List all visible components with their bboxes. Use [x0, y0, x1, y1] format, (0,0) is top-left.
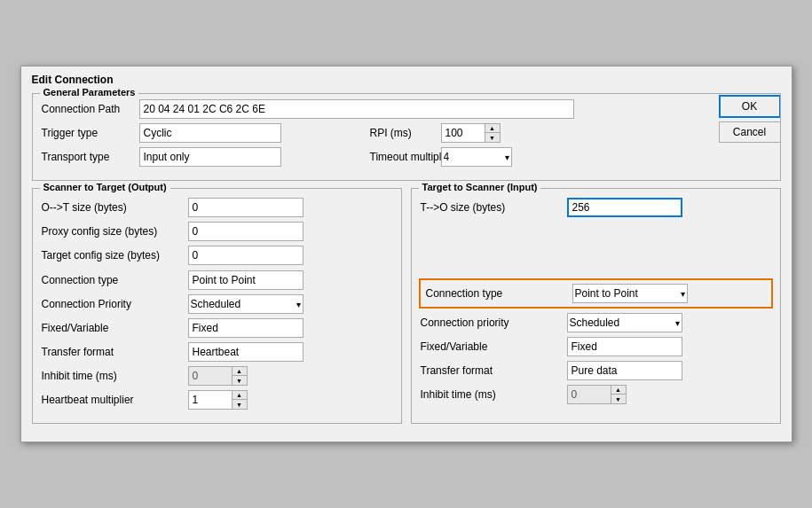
- target-priority-row: Connection priority Scheduled High Low: [421, 313, 771, 332]
- target-to-scanner-title: Target to Scanner (Input): [419, 182, 541, 192]
- transport-type-input[interactable]: [139, 147, 281, 167]
- scanner-transfer-format-input[interactable]: [188, 342, 304, 362]
- timeout-label: Timeout multiplier: [370, 151, 441, 163]
- heartbeat-label: Heartbeat multiplier: [42, 394, 188, 406]
- target-priority-select-wrapper: Scheduled High Low: [567, 313, 682, 332]
- target-config-row: Target config size (bytes): [42, 246, 392, 265]
- scanner-transfer-format-row: Transfer format: [42, 342, 392, 362]
- target-transfer-format-input[interactable]: [567, 361, 682, 380]
- scanner-priority-select[interactable]: Scheduled High Low: [188, 294, 304, 314]
- target-inhibit-input[interactable]: [567, 385, 611, 404]
- transport-type-label: Transport type: [42, 151, 139, 163]
- scanner-connection-type-input[interactable]: [188, 270, 304, 290]
- to-size-row: T-->O size (bytes): [421, 198, 771, 217]
- connection-path-input[interactable]: [139, 99, 574, 119]
- ot-size-input[interactable]: [188, 198, 304, 217]
- target-transfer-format-label: Transfer format: [421, 364, 567, 377]
- scanner-fixed-variable-row: Fixed/Variable: [42, 318, 392, 338]
- scanner-priority-select-wrapper: Scheduled High Low: [188, 294, 304, 314]
- target-inhibit-label: Inhibit time (ms): [421, 388, 567, 401]
- scanner-to-target-title: Scanner to Target (Output): [40, 182, 170, 192]
- rpi-spinner: ▲ ▼: [441, 123, 501, 143]
- heartbeat-up[interactable]: ▲: [233, 391, 247, 400]
- heartbeat-row: Heartbeat multiplier ▲ ▼: [42, 390, 392, 410]
- heartbeat-down[interactable]: ▼: [233, 400, 247, 409]
- target-inhibit-down[interactable]: ▼: [611, 395, 626, 403]
- edit-connection-dialog: Edit Connection OK Cancel General Parame…: [20, 66, 792, 442]
- proxy-config-label: Proxy config size (bytes): [42, 225, 188, 238]
- scanner-priority-label: Connection Priority: [42, 298, 188, 310]
- target-inhibit-row: Inhibit time (ms) ▲ ▼: [421, 385, 771, 404]
- general-parameters-group: General Parameters Connection Path Trigg…: [32, 93, 781, 181]
- bottom-columns: Scanner to Target (Output) O-->T size (b…: [32, 188, 781, 431]
- rpi-down-button[interactable]: ▼: [485, 133, 500, 142]
- proxy-config-row: Proxy config size (bytes): [42, 222, 392, 241]
- scanner-inhibit-down[interactable]: ▼: [233, 376, 247, 385]
- scanner-inhibit-input[interactable]: [188, 366, 233, 386]
- scanner-transfer-format-label: Transfer format: [42, 346, 188, 358]
- target-fixed-variable-row: Fixed/Variable: [421, 337, 771, 356]
- scanner-inhibit-row: Inhibit time (ms) ▲ ▼: [42, 366, 392, 386]
- rpi-up-button[interactable]: ▲: [485, 124, 500, 133]
- target-config-label: Target config size (bytes): [42, 249, 188, 262]
- target-priority-select[interactable]: Scheduled High Low: [567, 313, 682, 332]
- rpi-spinner-buttons: ▲ ▼: [485, 123, 501, 143]
- target-priority-label: Connection priority: [421, 317, 567, 329]
- to-size-label: T-->O size (bytes): [421, 201, 567, 214]
- timeout-select[interactable]: 4 8 16: [441, 147, 512, 167]
- target-inhibit-spinner: ▲ ▼: [567, 385, 627, 404]
- general-params-title: General Parameters: [40, 87, 139, 98]
- scanner-inhibit-label: Inhibit time (ms): [42, 370, 188, 382]
- ot-size-row: O-->T size (bytes): [42, 198, 392, 217]
- target-to-scanner-group: Target to Scanner (Input) T-->O size (by…: [411, 188, 781, 424]
- target-transfer-format-row: Transfer format: [421, 361, 771, 380]
- rpi-input[interactable]: [441, 123, 485, 143]
- trigger-rpi-row: Trigger type RPI (ms) ▲ ▼: [42, 123, 771, 143]
- trigger-type-input[interactable]: [139, 123, 281, 143]
- target-connection-type-highlighted: Connection type Point to Point Multicast: [419, 278, 773, 309]
- scanner-priority-row: Connection Priority Scheduled High Low: [42, 294, 392, 314]
- target-fixed-variable-label: Fixed/Variable: [421, 340, 567, 353]
- scanner-fixed-variable-label: Fixed/Variable: [42, 322, 188, 334]
- rpi-label: RPI (ms): [370, 127, 441, 139]
- heartbeat-input[interactable]: [188, 390, 233, 410]
- heartbeat-buttons: ▲ ▼: [233, 390, 248, 410]
- target-inhibit-up[interactable]: ▲: [611, 386, 626, 395]
- heartbeat-spinner: ▲ ▼: [188, 390, 248, 410]
- timeout-select-wrapper: 4 8 16: [441, 147, 512, 167]
- ot-size-label: O-->T size (bytes): [42, 201, 188, 214]
- target-connection-type-select[interactable]: Point to Point Multicast: [572, 284, 688, 303]
- scanner-connection-type-row: Connection type: [42, 270, 392, 290]
- trigger-type-label: Trigger type: [42, 127, 139, 139]
- transport-timeout-row: Transport type Timeout multiplier 4 8 16: [42, 147, 771, 167]
- target-connection-type-label: Connection type: [426, 287, 572, 300]
- scanner-connection-type-label: Connection type: [42, 274, 188, 286]
- target-config-input[interactable]: [188, 246, 304, 265]
- to-size-input[interactable]: [567, 198, 682, 217]
- connection-path-row: Connection Path: [42, 99, 771, 119]
- target-connection-type-select-wrapper: Point to Point Multicast: [572, 284, 688, 303]
- scanner-inhibit-buttons: ▲ ▼: [233, 366, 248, 386]
- target-inhibit-buttons: ▲ ▼: [611, 385, 627, 404]
- scanner-inhibit-spinner: ▲ ▼: [188, 366, 248, 386]
- dialog-title: Edit Connection: [32, 74, 781, 86]
- proxy-config-input[interactable]: [188, 222, 304, 241]
- connection-path-label: Connection Path: [42, 103, 139, 115]
- target-connection-type-row: Connection type Point to Point Multicast: [421, 278, 771, 309]
- scanner-inhibit-up[interactable]: ▲: [233, 367, 247, 376]
- scanner-to-target-group: Scanner to Target (Output) O-->T size (b…: [32, 188, 402, 424]
- target-fixed-variable-input[interactable]: [567, 337, 682, 356]
- scanner-fixed-variable-input[interactable]: [188, 318, 304, 338]
